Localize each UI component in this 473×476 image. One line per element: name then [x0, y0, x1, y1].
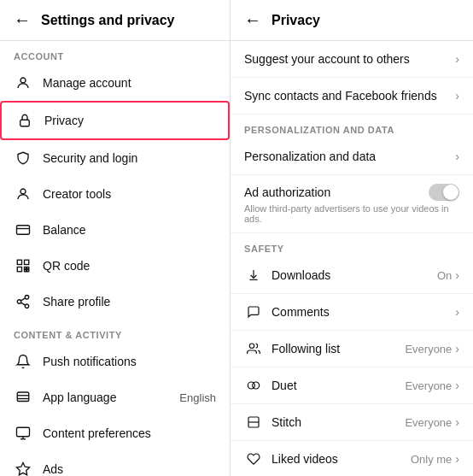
sync-contacts-label: Sync contacts and Facebook friends — [244, 89, 455, 103]
comments-icon — [244, 305, 263, 319]
ads-icon — [14, 460, 32, 476]
chevron-icon: › — [455, 150, 459, 163]
sidebar-item-manage-account[interactable]: Manage account — [0, 65, 230, 101]
chevron-icon: › — [455, 379, 459, 392]
following-icon — [244, 342, 263, 356]
app-language-value: English — [179, 391, 216, 404]
chevron-icon: › — [455, 52, 459, 66]
lock-icon — [15, 111, 34, 130]
stitch-icon — [244, 415, 263, 429]
sidebar-item-ads[interactable]: Ads — [0, 451, 230, 476]
personalization-section-label: PERSONALIZATION AND DATA — [231, 115, 473, 138]
chevron-icon: › — [455, 305, 459, 319]
app-language-label: App language — [43, 391, 179, 404]
sidebar-item-share-profile[interactable]: Share profile — [0, 284, 230, 320]
downloads-label: Downloads — [272, 268, 437, 282]
svg-point-0 — [20, 78, 26, 83]
svg-rect-7 — [17, 267, 21, 272]
svg-rect-20 — [17, 427, 30, 437]
downloads-value: On — [437, 269, 452, 282]
duet-value: Everyone — [405, 379, 452, 392]
svg-point-12 — [25, 296, 29, 300]
svg-marker-23 — [17, 463, 30, 475]
left-panel: ← Settings and privacy ACCOUNT Manage ac… — [0, 0, 231, 476]
svg-rect-9 — [27, 267, 29, 269]
svg-point-13 — [17, 300, 21, 304]
sidebar-item-security-login[interactable]: Security and login — [0, 140, 230, 176]
privacy-label: Privacy — [44, 114, 214, 127]
ads-label: Ads — [43, 462, 216, 476]
svg-point-14 — [25, 304, 29, 309]
qr-code-label: QR code — [43, 259, 216, 273]
svg-point-28 — [253, 382, 260, 389]
svg-line-16 — [20, 298, 25, 301]
sidebar-item-balance[interactable]: Balance — [0, 212, 230, 248]
sidebar-item-content-preferences[interactable]: Content preferences — [0, 415, 230, 451]
svg-point-2 — [20, 189, 26, 194]
duet-icon — [244, 379, 263, 392]
svg-line-15 — [20, 303, 25, 305]
security-login-label: Security and login — [43, 151, 216, 165]
svg-rect-8 — [25, 267, 26, 269]
balance-label: Balance — [43, 223, 216, 237]
following-list-item[interactable]: Following list Everyone › — [231, 331, 473, 367]
duet-label: Duet — [272, 379, 405, 392]
toggle-knob — [443, 185, 458, 200]
right-back-icon[interactable]: ← — [244, 10, 261, 30]
svg-rect-1 — [20, 120, 30, 126]
liked-videos-item[interactable]: Liked videos Only me › — [231, 441, 473, 476]
svg-rect-11 — [27, 270, 29, 272]
sidebar-item-privacy[interactable]: Privacy — [0, 101, 230, 140]
downloads-item[interactable]: Downloads On › — [231, 257, 473, 294]
sidebar-item-qr-code[interactable]: QR code — [0, 248, 230, 284]
language-icon — [14, 388, 32, 407]
suggest-account-item[interactable]: Suggest your account to others › — [231, 41, 473, 78]
following-list-value: Everyone — [405, 343, 452, 356]
bell-icon — [14, 352, 32, 371]
manage-account-label: Manage account — [43, 76, 216, 90]
comments-item[interactable]: Comments › — [231, 294, 473, 331]
sidebar-item-creator-tools[interactable]: Creator tools — [0, 176, 230, 212]
personalization-data-label: Personalization and data — [244, 150, 455, 163]
stitch-label: Stitch — [272, 415, 405, 429]
heart-icon — [244, 452, 263, 466]
share-profile-label: Share profile — [43, 295, 216, 309]
liked-videos-label: Liked videos — [272, 452, 411, 466]
creator-tools-label: Creator tools — [43, 187, 216, 201]
content-section-label: CONTENT & ACTIVITY — [0, 320, 230, 344]
chevron-icon: › — [455, 415, 459, 429]
content-pref-icon — [14, 424, 32, 443]
person-icon — [14, 73, 32, 92]
sync-contacts-item[interactable]: Sync contacts and Facebook friends › — [231, 78, 473, 115]
svg-rect-5 — [17, 260, 21, 264]
sidebar-item-push-notifications[interactable]: Push notifications — [0, 344, 230, 379]
left-back-icon[interactable]: ← — [14, 10, 31, 30]
stitch-item[interactable]: Stitch Everyone › — [231, 404, 473, 441]
ad-auth-toggle[interactable] — [429, 184, 459, 201]
following-list-label: Following list — [272, 342, 405, 356]
left-title: Settings and privacy — [41, 13, 175, 28]
ad-auth-label: Ad authorization — [244, 185, 330, 199]
ad-auth-item: Ad authorization Allow third-party adver… — [231, 175, 473, 233]
svg-rect-3 — [17, 226, 30, 235]
svg-point-26 — [249, 344, 254, 348]
duet-item[interactable]: Duet Everyone › — [231, 367, 473, 404]
creator-icon — [14, 185, 32, 203]
qr-icon — [14, 256, 32, 275]
sidebar-item-app-language[interactable]: App language English — [0, 379, 230, 415]
right-title: Privacy — [272, 13, 320, 28]
chevron-icon: › — [455, 452, 459, 466]
share-icon — [14, 292, 32, 311]
chevron-icon: › — [455, 268, 459, 282]
svg-rect-10 — [25, 270, 26, 272]
chevron-icon: › — [455, 342, 459, 356]
push-notifications-label: Push notifications — [43, 355, 216, 368]
safety-section-label: SAFETY — [231, 233, 473, 257]
ad-auth-desc: Allow third-party advertisers to use you… — [244, 203, 459, 224]
balance-icon — [14, 220, 32, 239]
personalization-data-item[interactable]: Personalization and data › — [231, 138, 473, 175]
liked-videos-value: Only me — [411, 453, 452, 466]
shield-icon — [14, 149, 32, 167]
chevron-icon: › — [455, 89, 459, 103]
stitch-value: Everyone — [405, 416, 452, 429]
